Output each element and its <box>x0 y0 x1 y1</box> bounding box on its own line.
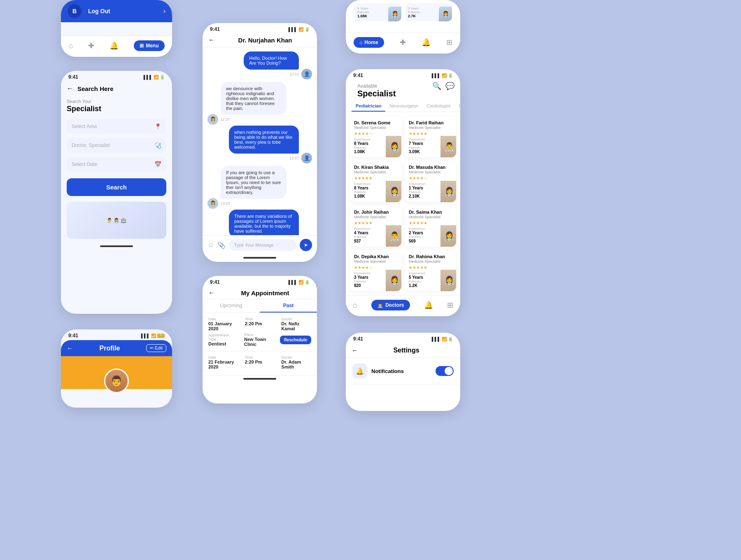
menu-button[interactable]: ⊞ Menu <box>134 40 164 51</box>
profile-edit-button[interactable]: ✏ Edit <box>146 344 166 352</box>
msg-time-4: 13:20 <box>221 201 287 205</box>
tab-psych[interactable]: Psych <box>454 101 460 112</box>
appt-tabs: Upcoming Past <box>203 299 317 313</box>
nav-bell-spec[interactable]: 🔔 <box>424 301 433 310</box>
message-input[interactable]: Type Your Message <box>229 239 296 251</box>
home-nav-icon: ⌂ <box>359 40 362 45</box>
appointment-2: Date 21 February 2020 Time 2:20 Pm Docto… <box>203 351 317 376</box>
reschedule-button-1[interactable]: Reschedule <box>280 336 311 344</box>
doctor-field[interactable]: Doctor, Specialist 🩺 <box>67 138 166 153</box>
tab-pediatrician[interactable]: Pediatrician <box>352 101 385 112</box>
notifications-label: Notifications <box>371 368 436 374</box>
bell-icon: 🔔 <box>110 41 119 50</box>
phone-profile: 9:41 ▌▌▌ 📶 🔋 ← Profile ✏ Edit 👨 <box>61 329 172 408</box>
doctor-card-5[interactable]: Dr. Saima Khan Medicine Specialist ★★★★★… <box>405 205 456 247</box>
nav-health[interactable]: ✚ <box>88 41 94 50</box>
date-field[interactable]: Select Date 📅 <box>67 157 166 172</box>
nav-grid-tr[interactable]: ⊞ <box>446 38 452 47</box>
doctors-grid: Dr. Serena Gome Medicine Specialist ★★★★… <box>346 112 460 295</box>
health-icon-tr: ✚ <box>400 38 406 47</box>
area-field[interactable]: Select Area 📍 <box>67 119 166 134</box>
nav-bell[interactable]: 🔔 <box>110 41 119 50</box>
appt-date-field-2: Date 21 February 2020 <box>208 355 238 369</box>
doctor-card-4[interactable]: Dr. Johir Raihan Medicine Specialist ★★★… <box>350 205 401 247</box>
emoji-button[interactable]: ☺ <box>207 241 214 249</box>
msg-avatar-in-1: 👩‍⚕️ <box>207 114 218 125</box>
doctor-card-0[interactable]: Dr. Serena Gome Medicine Specialist ★★★★… <box>350 116 401 157</box>
chat-back-button[interactable]: ← <box>208 36 215 44</box>
doc-avatar-6: 👩‍⚕️ <box>386 270 401 291</box>
message-in-2: If you are going to use a passage of the… <box>221 166 287 199</box>
bottom-nav-top-right: ⌂ Home ✚ 🔔 ⊞ <box>346 33 460 54</box>
search-subtitle: Search Your <box>67 99 166 104</box>
message-3: when nothing prevents our being able to … <box>207 126 312 163</box>
doctor-card-2[interactable]: Dr. Kiran Shakia Medicine Specialist ★★★… <box>350 161 401 202</box>
phone-logout: B Log Out › ⌂ ✚ 🔔 ⊞ Menu <box>61 0 172 57</box>
nav-home[interactable]: ⌂ <box>68 42 73 50</box>
doctor-card-1[interactable]: Dr. Farid Raihan Medicine Specialist ★★★… <box>405 116 456 157</box>
health-icon: ✚ <box>88 41 94 50</box>
doctor-card-7[interactable]: Dr. Rahima Khan Medicine Specialist ★★★★… <box>405 250 456 291</box>
appt-back-button[interactable]: ← <box>208 289 215 296</box>
logout-arrow[interactable]: › <box>163 7 165 15</box>
search-icon[interactable]: 🔍 <box>432 82 441 91</box>
home-indicator-appt <box>243 378 276 380</box>
appt-time-field-2: Time 2:20 Pm <box>245 355 275 369</box>
menu-icon: ⊞ <box>140 43 144 49</box>
msg-avatar-out-1: 👤 <box>301 69 312 79</box>
search-page-header: ← Search Here <box>61 82 172 95</box>
status-icons: ▌▌▌ 📶 🔋 <box>144 75 165 79</box>
doc-avatar-2: 👩‍⚕️ <box>386 181 401 202</box>
stethoscope-icon: 🩺 <box>154 142 161 149</box>
profile-back-button[interactable]: ← <box>67 345 73 352</box>
send-button[interactable]: ➤ <box>300 239 312 251</box>
notifications-toggle[interactable] <box>436 366 454 376</box>
chat-icon[interactable]: 💬 <box>445 82 454 91</box>
nav-home-spec[interactable]: ⌂ <box>353 301 357 310</box>
specialist-actions: 🔍 💬 <box>432 82 454 91</box>
msg-time-1: 12:10 <box>218 72 299 76</box>
appt-row-3: Date 21 February 2020 Time 2:20 Pm Docto… <box>208 355 311 369</box>
message-1: Hello, Doctor! How Are You Doing? 12:10 … <box>207 51 312 79</box>
home-nav-button[interactable]: ⌂ Home <box>354 37 384 48</box>
calendar-icon: 📅 <box>154 161 161 168</box>
location-icon: 📍 <box>154 123 161 130</box>
phone-search: 9:41 ▌▌▌ 📶 🔋 ← Search Here Search Your S… <box>61 71 172 314</box>
page-title: Search Here <box>77 85 114 92</box>
appt-row-1: Date 01 January 2020 Time 2:20 Pm Doctor… <box>208 317 311 331</box>
tab-neuro[interactable]: Neurosurgeon <box>385 101 422 112</box>
status-icons-profile: ▌▌▌ 📶 🔋 <box>141 334 165 338</box>
doctors-nav-button[interactable]: 👨‍⚕️ Doctors <box>371 300 410 310</box>
grid-icon-spec: ⊞ <box>447 301 453 310</box>
msg-avatar-in-2: 👩‍⚕️ <box>207 198 218 209</box>
back-button[interactable]: ← <box>67 85 73 92</box>
doctor-card-3[interactable]: Dr. Masuda Khan Medicine Specialist ★★★★… <box>405 161 456 202</box>
settings-back-button[interactable]: ← <box>352 347 358 354</box>
search-button[interactable]: Search <box>67 178 166 196</box>
date-placeholder: Select Date <box>72 161 97 167</box>
nav-grid-spec[interactable]: ⊞ <box>447 301 453 310</box>
appt-date-field: Date 01 January 2020 <box>208 317 238 331</box>
msg-avatar-out-2: 👤 <box>301 153 312 163</box>
logout-label: Log Out <box>88 8 110 14</box>
chat-doctor-name: Dr. Nurjahan Khan <box>219 37 311 44</box>
specialist-tabs: Pediatrician Neurosurgeon Cardiologist P… <box>346 101 460 112</box>
mini-card-1: 8 Years Patients 1.08K 👩‍⚕️ <box>354 3 401 21</box>
doctor-card-6[interactable]: Dr. Depika Khan Medicine Specialist ★★★★… <box>350 250 401 291</box>
status-bar-spec: 9:41 ▌▌▌📶🔋 <box>346 69 460 80</box>
grid-icon-tr: ⊞ <box>446 38 452 47</box>
bottom-nav-logout: ⌂ ✚ 🔔 ⊞ Menu <box>61 36 172 57</box>
doctors-nav-icon: 👨‍⚕️ <box>377 302 383 308</box>
mini-avatar-2: 👩‍⚕️ <box>439 7 452 21</box>
doctor-placeholder: Doctor, Specialist <box>72 142 110 148</box>
nav-health-tr[interactable]: ✚ <box>400 38 406 47</box>
tab-upcoming[interactable]: Upcoming <box>203 299 260 313</box>
profile-title: Profile <box>100 345 120 352</box>
nav-bell-tr[interactable]: 🔔 <box>422 38 431 47</box>
top-cards: 8 Years Patients 1.08K 👩‍⚕️ 5 Years Pati… <box>350 3 456 25</box>
attach-button[interactable]: 📎 <box>217 241 226 249</box>
settings-header: ← Settings <box>346 343 460 358</box>
doc-avatar-1: 👨‍⚕️ <box>440 136 456 157</box>
tab-past[interactable]: Past <box>260 299 317 313</box>
tab-cardio[interactable]: Cardiologist <box>422 101 454 112</box>
